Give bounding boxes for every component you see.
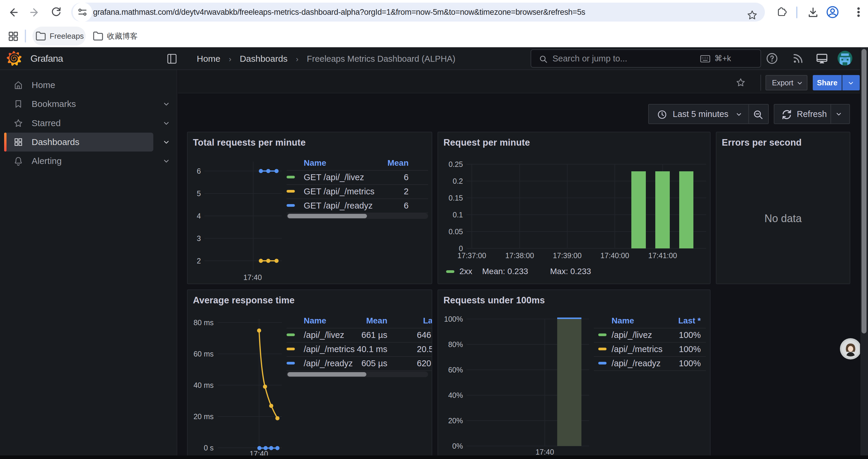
svg-text:5: 5 (197, 189, 201, 198)
svg-text:17:40: 17:40 (243, 273, 262, 282)
svg-text:60 ms: 60 ms (193, 350, 214, 358)
svg-text:2: 2 (197, 257, 201, 265)
svg-text:80%: 80% (448, 340, 463, 349)
svg-text:100%: 100% (444, 315, 463, 323)
svg-text:0%: 0% (452, 442, 463, 450)
svg-text:4: 4 (197, 212, 201, 220)
svg-text:6: 6 (197, 167, 201, 175)
svg-text:17:38:00: 17:38:00 (505, 251, 534, 260)
svg-text:0.15: 0.15 (448, 194, 463, 202)
svg-text:0 s: 0 s (204, 444, 214, 452)
svg-text:0.1: 0.1 (453, 210, 463, 219)
svg-text:80 ms: 80 ms (193, 319, 214, 327)
svg-text:0.25: 0.25 (448, 160, 463, 168)
svg-text:17:39:00: 17:39:00 (553, 251, 582, 260)
svg-text:0.2: 0.2 (453, 177, 463, 185)
svg-text:17:40: 17:40 (536, 448, 554, 456)
svg-text:0.05: 0.05 (448, 227, 463, 236)
svg-text:60%: 60% (448, 366, 463, 374)
svg-text:20 ms: 20 ms (193, 412, 214, 421)
svg-text:20%: 20% (448, 417, 463, 425)
svg-text:40 ms: 40 ms (193, 381, 214, 389)
svg-text:17:41:00: 17:41:00 (648, 251, 677, 260)
svg-text:3: 3 (197, 234, 201, 242)
svg-text:17:40:00: 17:40:00 (600, 251, 629, 260)
svg-text:17:37:00: 17:37:00 (457, 251, 486, 260)
svg-text:40%: 40% (448, 391, 463, 399)
